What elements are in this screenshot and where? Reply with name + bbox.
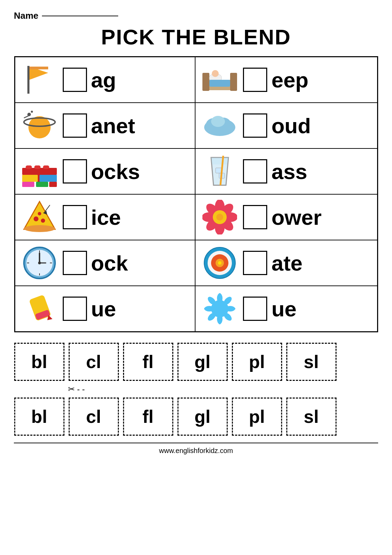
word-ending-ice: ice	[91, 205, 121, 230]
blend-row-2: bl cl fl gl pl sl	[14, 398, 378, 436]
pizza-icon	[20, 198, 59, 236]
blend-card-gl-2[interactable]: gl	[177, 398, 228, 436]
blend-card-cl-2[interactable]: cl	[69, 398, 119, 436]
flag-icon	[20, 61, 59, 99]
cell-plate-ate: ate	[195, 240, 377, 286]
cell-flag-ag: ag	[15, 57, 195, 103]
svg-rect-20	[26, 165, 32, 169]
word-ending-ue-right: ue	[271, 297, 296, 321]
flower-icon	[201, 198, 239, 236]
svg-point-9	[28, 116, 51, 138]
cell-splat-ue-right: ue	[195, 286, 377, 332]
table-row: ag	[15, 57, 377, 103]
word-ending-ate: ate	[271, 251, 303, 275]
svg-line-37	[45, 205, 50, 212]
blend-card-bl-2[interactable]: bl	[14, 398, 64, 436]
svg-point-34	[41, 219, 45, 223]
page-title: PICK THE BLEND	[101, 25, 291, 49]
svg-rect-26	[36, 182, 48, 187]
bed-icon	[201, 61, 239, 99]
blend-card-fl-2[interactable]: fl	[123, 398, 173, 436]
answer-box-bed[interactable]	[243, 68, 267, 92]
scissors-icon: ✂ - -	[68, 384, 85, 394]
planet-icon	[20, 106, 59, 145]
svg-point-62	[218, 261, 221, 265]
word-ending-ower: ower	[271, 205, 322, 230]
svg-point-76	[219, 322, 221, 324]
name-line: Name	[14, 10, 118, 21]
blend-card-pl-2[interactable]: pl	[232, 398, 282, 436]
word-ending-anet: anet	[91, 113, 135, 138]
svg-point-33	[34, 216, 38, 221]
answer-box-flower[interactable]	[243, 205, 267, 229]
answer-box-cloud[interactable]	[243, 113, 267, 138]
blends-section: bl cl fl gl pl sl ✂ - - bl cl fl gl pl s…	[14, 343, 378, 436]
cell-clock-ock: ock	[15, 240, 195, 286]
cell-flower-ower: ower	[195, 194, 377, 240]
answer-box-splat[interactable]	[243, 297, 267, 321]
svg-point-78	[233, 308, 235, 310]
svg-rect-25	[22, 182, 34, 187]
cell-cloud-oud: oud	[195, 103, 377, 148]
name-label: Name	[14, 10, 38, 21]
svg-point-12	[27, 113, 31, 116]
answer-box-glass[interactable]	[243, 159, 267, 183]
glass-icon	[201, 152, 239, 190]
answer-box-planet[interactable]	[63, 113, 87, 138]
blend-card-sl-1[interactable]: sl	[286, 343, 337, 381]
svg-point-35	[38, 212, 41, 215]
svg-point-48	[216, 214, 223, 221]
word-ending-eep: eep	[271, 68, 308, 92]
blend-card-sl-2[interactable]: sl	[286, 398, 337, 436]
plate-icon	[201, 244, 239, 282]
answer-box-pizza[interactable]	[63, 205, 87, 229]
answer-box-clock[interactable]	[63, 251, 87, 275]
main-table: ag	[14, 56, 378, 332]
word-ending-ue-left: ue	[91, 297, 116, 321]
answer-box-blocks[interactable]	[63, 159, 87, 183]
splat-icon	[201, 290, 239, 328]
table-row: ue	[15, 286, 377, 332]
blend-card-bl-1[interactable]: bl	[14, 343, 64, 381]
word-ending-ock: ock	[91, 251, 128, 275]
blocks-icon	[20, 152, 59, 190]
svg-rect-22	[43, 165, 49, 169]
svg-rect-4	[202, 73, 209, 91]
cell-glue-ue-left: ue	[15, 286, 195, 332]
word-ending-ag: ag	[91, 68, 116, 92]
answer-box-plate[interactable]	[243, 251, 267, 275]
svg-point-75	[219, 293, 221, 295]
svg-point-36	[24, 225, 55, 232]
glue-icon	[20, 290, 59, 328]
svg-rect-2	[29, 67, 48, 69]
svg-point-77	[204, 308, 206, 310]
clock-icon	[20, 244, 59, 282]
svg-rect-21	[34, 165, 41, 169]
svg-rect-5	[230, 73, 237, 91]
name-underline	[42, 16, 118, 16]
cell-pizza-ice: ice	[15, 194, 195, 240]
table-row: ock ate	[15, 240, 377, 286]
word-ending-oud: oud	[271, 113, 311, 138]
cloud-icon	[201, 106, 239, 145]
table-row: ice	[15, 194, 377, 240]
website-footer: www.englishforkidz.com	[14, 443, 378, 455]
cell-planet-anet: anet	[15, 103, 195, 148]
answer-box-flag[interactable]	[63, 68, 87, 92]
table-row: ocks	[15, 148, 377, 194]
blend-card-fl-1[interactable]: fl	[123, 343, 173, 381]
page: Name PICK THE BLEND ag	[0, 0, 392, 555]
cell-glass-ass: ass	[195, 148, 377, 194]
svg-rect-27	[49, 182, 57, 187]
svg-line-11	[24, 116, 28, 118]
svg-point-8	[212, 70, 219, 77]
blend-row-1: bl cl fl gl pl sl	[14, 343, 378, 381]
svg-rect-24	[40, 175, 57, 182]
cell-blocks-ocks: ocks	[15, 148, 195, 194]
blend-card-cl-1[interactable]: cl	[69, 343, 119, 381]
blend-card-pl-1[interactable]: pl	[232, 343, 282, 381]
svg-point-17	[211, 116, 225, 127]
blend-card-gl-1[interactable]: gl	[177, 343, 228, 381]
word-ending-ass: ass	[271, 159, 307, 184]
answer-box-glue-left[interactable]	[63, 297, 87, 321]
